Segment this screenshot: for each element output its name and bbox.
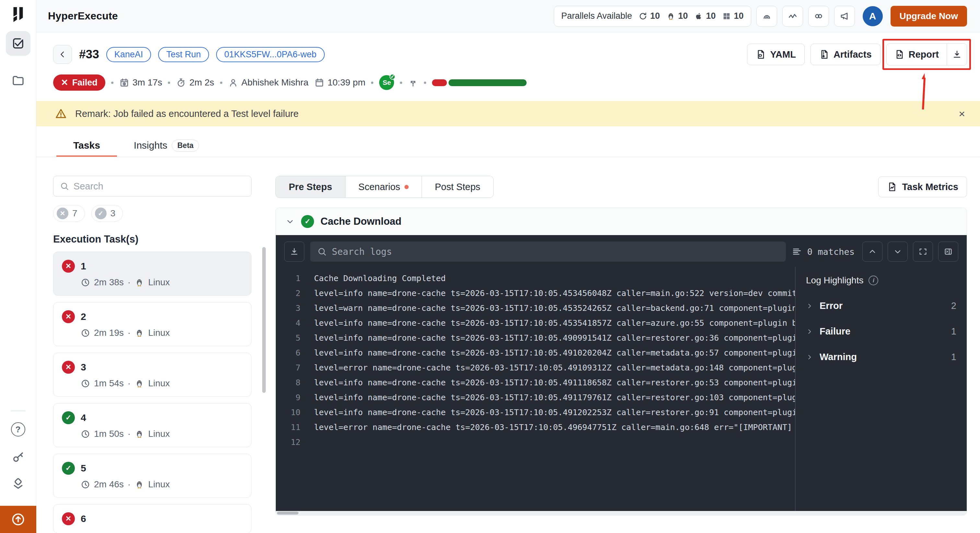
highlight-error[interactable]: Error 2 [806,300,956,311]
log-download-button[interactable] [284,241,304,262]
log-line: 11level=error name=drone-cache ts=2026-0… [276,420,795,435]
artifacts-zip-icon [819,49,830,60]
log-line: 7level=error name=drone-cache ts=2026-03… [276,360,795,375]
step-passed-icon: ✓ [301,215,314,228]
metrics-file-icon [887,182,897,192]
badge-run-name[interactable]: 01KKS5FW...0PA6-web [216,47,325,62]
log-horizontal-scrollbar[interactable] [276,511,967,515]
tab-pre-steps[interactable]: Pre Steps [276,176,345,198]
next-match-button[interactable] [888,241,908,262]
report-download-button[interactable] [947,44,967,65]
key-icon[interactable] [12,451,25,464]
task-card-2[interactable]: ✕ 2 2m 19s· Linux [53,302,251,346]
megaphone-icon [839,11,850,21]
tasks-heading: Execution Task(s) [53,233,266,245]
tab-tasks[interactable]: Tasks [56,135,117,157]
analytics-button[interactable] [782,6,803,27]
log-line: 4level=info name=drone-cache ts=2026-03-… [276,316,795,330]
banner-text: Remark: Job failed as encountered a Test… [75,108,299,119]
clock-icon [81,278,90,287]
task-failed-icon: ✕ [62,361,75,374]
info-icon[interactable]: i [869,276,878,285]
prev-match-button[interactable] [862,241,883,262]
tab-insights[interactable]: Insights Beta [117,135,216,157]
task-card-4[interactable]: ✓ 4 1m 50s· Linux [53,403,251,447]
side-panel-button[interactable] [938,241,958,262]
scrollbar-thumb[interactable] [277,512,299,514]
clock-icon [81,379,90,388]
cache-download-section: ✓ Cache Download [275,208,967,516]
artifacts-button[interactable]: Artifacts [810,44,880,65]
pass-fail-progress-bar [432,79,527,86]
filter-passed[interactable]: ✓ 3 [91,205,123,222]
run-id: #33 [79,48,99,61]
log-content[interactable]: 1Cache Downloading Completed 2level=info… [276,267,795,511]
task-failed-icon: ✕ [62,260,75,273]
task-search[interactable] [53,176,251,197]
upgrade-rail-button[interactable] [0,506,36,533]
fullscreen-button[interactable] [913,241,933,262]
log-lines-icon[interactable] [792,246,802,257]
task-passed-icon: ✓ [62,462,75,475]
clock-icon [81,429,90,439]
log-search-input[interactable] [332,246,779,257]
log-line: 2level=info name=drone-cache ts=2026-03-… [276,286,795,300]
announcements-button[interactable] [834,6,855,27]
fullscreen-icon [918,247,928,256]
run-duration: 3m 17s [119,78,162,88]
badge-kaneai[interactable]: KaneAI [106,47,151,62]
tab-scenarios[interactable]: Scenarios [345,176,422,198]
back-button[interactable] [53,45,72,64]
report-button[interactable]: Report [887,44,947,65]
user-icon [228,78,238,88]
badge-test-run[interactable]: Test Run [158,47,209,62]
pipeline-branch-icon[interactable] [408,78,418,88]
link-button[interactable] [808,6,829,27]
linux-icon [135,479,144,489]
linux-icon [135,328,144,338]
task-card-6[interactable]: ✕ 6 [53,504,251,533]
yaml-button[interactable]: YAML [747,44,805,65]
search-input[interactable] [73,181,245,192]
feedback-waves-button[interactable] [756,6,777,27]
tasks-scrollbar[interactable] [262,247,266,393]
sidebar-item-runs[interactable] [6,31,30,56]
highlight-failure[interactable]: Failure 1 [806,326,956,337]
banner-close-icon[interactable]: × [959,108,965,119]
avatar[interactable]: A [863,6,883,26]
parallels-linux: 10 [666,11,688,21]
apple-icon [694,12,703,21]
calendar-icon [314,78,325,88]
integrations-icon[interactable] [12,478,25,491]
link-icon [813,11,824,21]
log-line: 10level=info name=drone-cache ts=2026-03… [276,405,795,420]
steps-tabs: Pre Steps Scenarios Post Steps [275,176,493,198]
upgrade-now-button[interactable]: Upgrade Now [891,6,967,27]
progress-failed-segment [432,79,447,86]
x-icon: ✕ [61,78,68,88]
x-circle-icon: ✕ [57,208,68,219]
task-card-3[interactable]: ✕ 3 1m 54s· Linux [53,353,251,397]
warning-icon [55,108,67,119]
filter-failed[interactable]: ✕ 7 [53,205,85,222]
progress-passed-segment [449,79,527,86]
report-file-icon [894,49,905,60]
task-metrics-button[interactable]: Task Metrics [878,176,967,197]
sidebar-item-projects[interactable] [6,68,30,93]
match-count: 0 matches [807,247,854,257]
task-card-1[interactable]: ✕ 1 2m 38s· Linux [53,252,251,296]
run-queue-time: 2m 2s [176,78,214,88]
cache-download-header[interactable]: ✓ Cache Download [276,208,967,235]
check-circle-icon: ✓ [95,208,107,219]
tab-post-steps[interactable]: Post Steps [422,176,493,198]
refresh-icon [638,12,648,21]
task-card-5[interactable]: ✓ 5 2m 46s· Linux [53,454,251,498]
search-icon [317,247,327,257]
help-icon[interactable]: ? [11,422,25,436]
log-viewer: 0 matches [276,235,967,511]
log-highlights-panel: Log Highlights i Error 2 Failure [795,267,967,511]
parallels-label: Parallels Available [561,11,632,21]
highlight-warning[interactable]: Warning 1 [806,352,956,362]
run-time: 10:39 pm [314,78,366,88]
log-search[interactable] [310,241,786,262]
